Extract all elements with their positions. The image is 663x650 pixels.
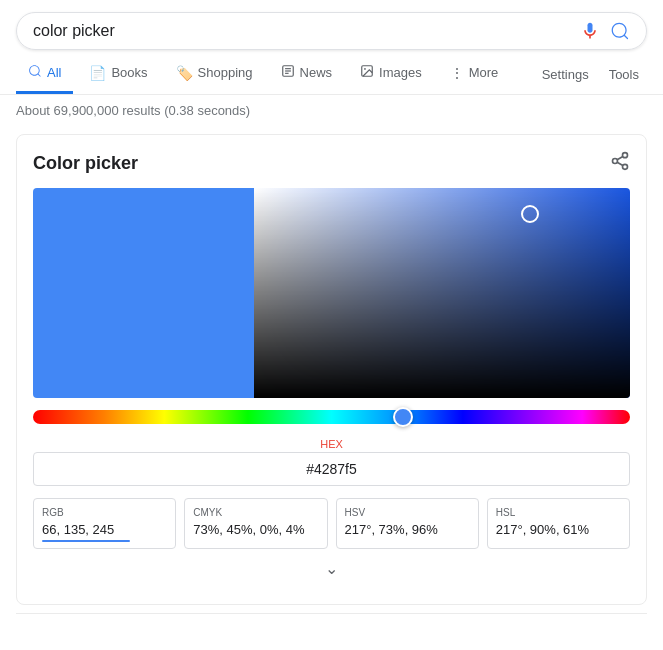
rgb-underline xyxy=(42,540,130,542)
rgb-input[interactable] xyxy=(42,522,167,537)
tab-shopping-label: Shopping xyxy=(198,65,253,80)
all-icon xyxy=(28,64,42,81)
tab-more[interactable]: ⋮ More xyxy=(438,55,511,94)
rgb-label: RGB xyxy=(42,507,167,518)
more-icon: ⋮ xyxy=(450,65,464,81)
news-icon xyxy=(281,64,295,81)
color-swatch xyxy=(33,188,254,398)
svg-point-5 xyxy=(364,68,366,70)
settings-link[interactable]: Settings xyxy=(534,57,597,92)
hsl-input[interactable] xyxy=(496,522,621,537)
results-info: About 69,900,000 results (0.38 seconds) xyxy=(0,95,663,126)
tab-all-label: All xyxy=(47,65,61,80)
hex-label: HEX xyxy=(33,438,630,450)
hue-slider-track[interactable] xyxy=(33,410,630,424)
shopping-icon: 🏷️ xyxy=(176,65,193,81)
svg-point-6 xyxy=(623,153,628,158)
images-icon xyxy=(360,64,374,81)
tools-link[interactable]: Tools xyxy=(601,57,647,92)
hsv-label: HSV xyxy=(345,507,470,518)
rgb-box: RGB xyxy=(33,498,176,549)
cmyk-label: CMYK xyxy=(193,507,318,518)
svg-point-7 xyxy=(613,159,618,164)
hsv-input[interactable] xyxy=(345,522,470,537)
svg-line-10 xyxy=(617,156,623,159)
mic-icon[interactable] xyxy=(580,21,600,41)
color-picker-widget: Color picker HEX RGB xyxy=(16,134,647,605)
bottom-divider xyxy=(16,613,647,614)
svg-point-8 xyxy=(623,164,628,169)
tab-all[interactable]: All xyxy=(16,54,73,94)
tab-books[interactable]: 📄 Books xyxy=(77,55,159,94)
search-bar-area xyxy=(0,0,663,50)
tab-images-label: Images xyxy=(379,65,422,80)
tab-news[interactable]: News xyxy=(269,54,345,94)
share-icon[interactable] xyxy=(610,151,630,176)
nav-tabs: All 📄 Books 🏷️ Shopping News Images ⋮ Mo… xyxy=(0,54,663,95)
tab-shopping[interactable]: 🏷️ Shopping xyxy=(164,55,265,94)
cmyk-input[interactable] xyxy=(193,522,318,537)
search-icon[interactable] xyxy=(610,21,630,41)
cmyk-box: CMYK xyxy=(184,498,327,549)
hsl-label: HSL xyxy=(496,507,621,518)
tab-more-label: More xyxy=(469,65,499,80)
books-icon: 📄 xyxy=(89,65,106,81)
search-input[interactable] xyxy=(33,22,570,40)
search-box xyxy=(16,12,647,50)
hsl-box: HSL xyxy=(487,498,630,549)
nav-right: Settings Tools xyxy=(534,57,647,92)
hue-slider-container xyxy=(33,410,630,424)
tab-books-label: Books xyxy=(111,65,147,80)
widget-title: Color picker xyxy=(33,153,138,174)
tab-news-label: News xyxy=(300,65,333,80)
widget-header: Color picker xyxy=(33,151,630,176)
color-values-row: RGB CMYK HSV HSL xyxy=(33,498,630,549)
hue-thumb[interactable] xyxy=(393,407,413,427)
tab-images[interactable]: Images xyxy=(348,54,434,94)
hex-section: HEX xyxy=(33,438,630,486)
svg-line-9 xyxy=(617,162,623,165)
hex-input[interactable] xyxy=(33,452,630,486)
color-gradient[interactable] xyxy=(254,188,630,398)
expand-arrow[interactable]: ⌄ xyxy=(33,549,630,588)
hsv-box: HSV xyxy=(336,498,479,549)
color-canvas[interactable] xyxy=(33,188,630,398)
color-cursor[interactable] xyxy=(521,205,539,223)
